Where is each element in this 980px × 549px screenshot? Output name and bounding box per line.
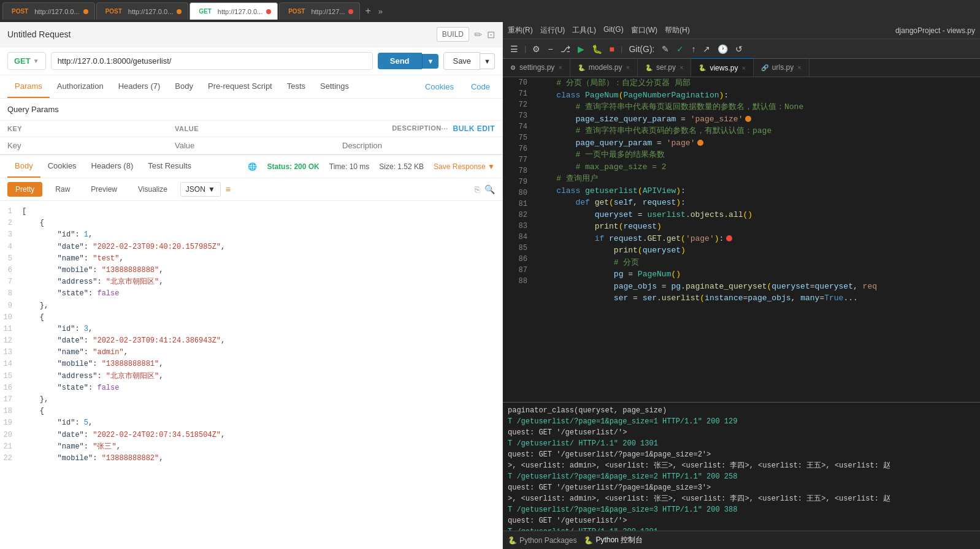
send-dropdown[interactable]: ▼ — [422, 54, 439, 69]
edit-icon[interactable]: ✏ — [474, 29, 482, 40]
tab-body[interactable]: Body — [167, 75, 201, 98]
code-editor-area[interactable]: 70 71 72 73 74 75 76 77 78 79 80 81 82 8… — [503, 77, 980, 402]
file-tab-models[interactable]: 🐍 models.py × — [570, 58, 638, 77]
models-close-icon[interactable]: × — [626, 64, 630, 71]
tab-1-url: http://127.0.0... — [34, 8, 79, 15]
toolbar-history[interactable]: 🕐 — [715, 43, 730, 55]
menu-help[interactable]: 帮助(H) — [665, 25, 690, 36]
res-tab-headers[interactable]: Headers (8) — [84, 155, 141, 178]
terminal-tab-console[interactable]: 🐍 Python 控制台 — [584, 535, 643, 545]
tab-3-dot — [266, 9, 271, 14]
res-tab-testresults[interactable]: Test Results — [140, 155, 199, 178]
method-select[interactable]: GET ▼ — [7, 52, 46, 70]
wrap-icon[interactable]: ≡ — [226, 184, 231, 194]
save-response-button[interactable]: Save Response ▼ — [434, 162, 495, 171]
save-dropdown[interactable]: ▼ — [480, 53, 495, 69]
json-line-11: 11 "id": 3, — [0, 324, 502, 335]
urls-file-icon: 🔗 — [761, 64, 768, 71]
globe-icon[interactable]: 🌐 — [248, 162, 257, 171]
toolbar-branch[interactable]: ⎇ — [558, 43, 573, 55]
send-button[interactable]: Send — [378, 53, 422, 69]
tab-settings[interactable]: Settings — [313, 75, 356, 98]
param-key-input[interactable] — [7, 141, 160, 150]
more-options-icon[interactable]: ⊡ — [487, 29, 495, 40]
tab-4[interactable]: POST http://127... — [279, 2, 360, 20]
tab-params[interactable]: Params — [7, 75, 50, 98]
toolbar-check[interactable]: ✓ — [674, 43, 686, 55]
tab-2[interactable]: POST http://127.0.0... — [96, 2, 189, 20]
toolbar-git-icon[interactable]: Git(G): — [626, 43, 657, 55]
res-tab-body[interactable]: Body — [7, 155, 40, 178]
code-line-85: # 分页 — [537, 257, 975, 269]
build-button[interactable]: BUILD — [437, 27, 469, 42]
format-arrow: ▼ — [208, 185, 215, 194]
toolbar-hamburger[interactable]: ☰ — [508, 43, 521, 55]
tab-1[interactable]: POST http://127.0.0... — [2, 2, 95, 20]
view-visualize-button[interactable]: Visualize — [130, 182, 175, 197]
menu-window[interactable]: 窗口(W) — [631, 25, 657, 36]
search-icon[interactable]: 🔍 — [484, 184, 495, 194]
terminal-line-8: quest: GET '/getuserlist/?page=1&page_si… — [508, 482, 975, 493]
json-line-8: 8 "state": false — [0, 288, 502, 300]
menu-git[interactable]: Git(G) — [603, 25, 624, 36]
file-tab-ser[interactable]: 🐍 ser.py × — [638, 58, 691, 77]
terminal-tab-packages[interactable]: 🐍 Python Packages — [508, 536, 576, 545]
toolbar-revert[interactable]: ↺ — [733, 43, 745, 55]
file-tab-views[interactable]: 🐍 views.py × — [691, 58, 753, 77]
tab-1-dot — [83, 9, 88, 14]
cookies-link[interactable]: Cookies — [420, 76, 459, 97]
copy-icon[interactable]: ⎘ — [475, 184, 480, 194]
tab-authorization[interactable]: Authorization — [50, 75, 111, 98]
toolbar-pull[interactable]: ↗ — [700, 43, 713, 55]
param-value-input[interactable] — [175, 141, 327, 150]
view-raw-button[interactable]: Raw — [47, 182, 78, 197]
code-line-86: pg = PageNum() — [537, 268, 975, 281]
terminal-line-1: paginator_class(queryset, page_size) — [508, 405, 975, 416]
res-tab-cookies[interactable]: Cookies — [40, 155, 84, 178]
toolbar-run[interactable]: ▶ — [575, 43, 587, 55]
toolbar-push[interactable]: ↑ — [689, 43, 698, 55]
ser-close-icon[interactable]: × — [679, 64, 683, 71]
editor-toolbar: ☰ | ⚙ − ⎇ ▶ 🐛 ■ | Git(G): ✎ ✓ ↑ ↗ 🕐 ↺ — [503, 39, 980, 59]
menu-run[interactable]: 运行(U) — [540, 25, 565, 36]
file-tab-urls[interactable]: 🔗 urls.py × — [754, 58, 810, 77]
response-section: Body Cookies Headers (8) Test Results 🌐 … — [0, 154, 502, 549]
views-close-icon[interactable]: × — [741, 64, 745, 72]
tab-overflow-button[interactable]: » — [376, 7, 385, 16]
url-input[interactable] — [51, 52, 373, 70]
toolbar-stop[interactable]: ■ — [607, 43, 617, 55]
tab-3[interactable]: GET http://127.0.0... — [189, 2, 278, 20]
toolbar-edit[interactable]: ✎ — [659, 43, 672, 55]
toolbar-debug[interactable]: 🐛 — [589, 43, 605, 55]
new-tab-button[interactable]: + — [361, 6, 374, 17]
json-line-15: 15 "address": "北京市朝阳区", — [0, 371, 502, 382]
models-file-icon: 🐍 — [578, 64, 585, 71]
urls-close-icon[interactable]: × — [797, 64, 801, 71]
json-line-1: 1 [ — [0, 206, 502, 218]
settings-close-icon[interactable]: × — [558, 64, 562, 71]
tab-tests[interactable]: Tests — [280, 75, 313, 98]
tab-prerequest[interactable]: Pre-request Script — [201, 75, 280, 98]
body-view-toolbar: Pretty Raw Preview Visualize JSON ▼ ≡ ⎘ … — [0, 178, 502, 201]
file-tab-settings[interactable]: ⚙ settings.py × — [503, 58, 570, 77]
browser-tabs: POST http://127.0.0... POST http://127.0… — [0, 0, 980, 22]
tab-2-url: http://127.0.0... — [128, 8, 173, 15]
menu-refactor[interactable]: 重构(R) — [508, 25, 533, 36]
view-preview-button[interactable]: Preview — [83, 182, 125, 197]
col-value: VALUE — [167, 121, 335, 137]
tab-headers[interactable]: Headers (7) — [111, 75, 168, 98]
bulk-edit-button[interactable]: Bulk Edit — [453, 124, 496, 133]
method-value: GET — [14, 56, 31, 66]
toolbar-settings[interactable]: ⚙ — [530, 43, 543, 55]
view-pretty-button[interactable]: Pretty — [7, 182, 42, 197]
save-button[interactable]: Save — [443, 52, 480, 70]
menu-tools[interactable]: 工具(L) — [572, 25, 596, 36]
param-desc-input[interactable] — [342, 141, 495, 150]
format-select[interactable]: JSON ▼ — [180, 182, 221, 197]
toolbar-minus[interactable]: − — [545, 43, 555, 55]
params-more-icon[interactable]: ··· — [442, 125, 448, 132]
terminal-line-2: T /getuserlist/?page=1&page_size=1 HTTP/… — [508, 416, 975, 427]
ser-filename: ser.py — [656, 63, 676, 72]
json-line-12: 12 "date": "2022-02-23T09:41:24.386943Z"… — [0, 335, 502, 347]
code-link[interactable]: Code — [466, 76, 495, 97]
